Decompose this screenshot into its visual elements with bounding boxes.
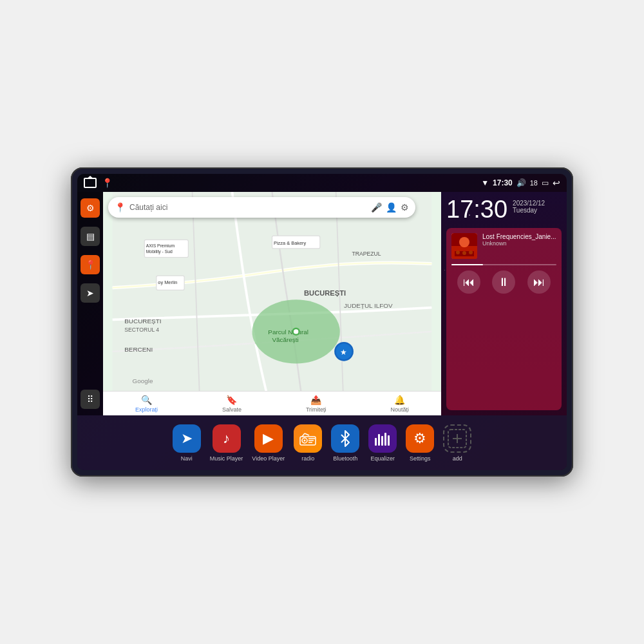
grid-icon: ⠿	[87, 394, 93, 404]
music-controls: ⏮ ⏸ ⏭	[451, 270, 556, 294]
map-pin-icon: 📍	[85, 260, 96, 270]
back-button[interactable]: ↩	[553, 178, 560, 188]
svg-point-27	[456, 251, 460, 254]
video-player-label: Video Player	[252, 455, 285, 462]
music-player-icon: ♪	[213, 424, 241, 453]
svg-rect-38	[375, 438, 377, 446]
svg-point-5	[294, 329, 298, 334]
svg-text:BUCUREȘTI: BUCUREȘTI	[124, 317, 161, 325]
account-icon[interactable]: 👤	[386, 202, 397, 213]
apps-grid-btn[interactable]: ⠿	[80, 390, 100, 409]
status-time: 17:30	[493, 178, 513, 187]
svg-text:★: ★	[340, 348, 347, 357]
equalizer-icon-svg	[374, 431, 392, 446]
map-share-btn[interactable]: 📤 Trimiteți	[306, 395, 327, 413]
music-progress-bar[interactable]	[451, 264, 556, 265]
prev-icon: ⏮	[463, 276, 475, 289]
navi-icon: ➤	[173, 424, 201, 453]
track-artist: Unknown	[482, 240, 556, 247]
svg-line-37	[305, 433, 309, 435]
music-player-label: Music Player	[210, 455, 243, 462]
settings-icon-app: ⚙	[406, 424, 434, 453]
svg-rect-41	[384, 433, 386, 446]
saved-label: Salvate	[222, 406, 242, 413]
svg-rect-40	[381, 436, 383, 446]
settings-icon-symbol: ⚙	[413, 430, 426, 447]
svg-point-25	[459, 237, 469, 247]
sidebar-settings-btn[interactable]: ⚙	[80, 198, 100, 218]
app-radio[interactable]: radio	[294, 424, 322, 462]
add-icon	[443, 424, 471, 453]
explore-label: Explorați	[135, 406, 158, 413]
map-news-btn[interactable]: 🔔 Noutăți	[391, 395, 410, 413]
volume-icon[interactable]: 🔊	[516, 178, 526, 187]
share-label: Trimiteți	[306, 406, 327, 413]
video-player-icon: ▶	[254, 424, 283, 453]
radio-icon	[294, 424, 322, 453]
battery-icon: ▭	[542, 178, 549, 187]
map-area[interactable]: Parcul Natural Văcărești ★ BUCUREȘTI JUD…	[103, 192, 441, 415]
clock-section: 17:30 2023/12/12 Tuesday	[446, 197, 562, 222]
radio-label: radio	[301, 455, 314, 462]
app-navi[interactable]: ➤ Navi	[173, 424, 201, 462]
navi-label: Navi	[181, 455, 193, 462]
next-icon: ⏭	[533, 276, 545, 289]
svg-rect-39	[378, 434, 380, 446]
svg-text:Google: Google	[133, 377, 153, 384]
svg-text:AXIS Premium: AXIS Premium	[146, 243, 175, 248]
app-bluetooth[interactable]: Bluetooth	[331, 424, 359, 462]
app-equalizer[interactable]: Equalizer	[368, 424, 397, 462]
clock-date: 2023/12/12 Tuesday	[513, 197, 545, 214]
sidebar-bottom: ⠿	[80, 390, 100, 409]
svg-text:Mobility - Sud: Mobility - Sud	[146, 249, 173, 254]
maps-logo-icon: 📍	[115, 202, 126, 213]
status-bar: 📍 ▼ 17:30 🔊 18 ▭ ↩	[77, 174, 567, 192]
svg-text:BERCENI: BERCENI	[124, 346, 153, 353]
bluetooth-icon	[331, 424, 359, 453]
status-right: ▼ 17:30 🔊 18 ▭ ↩	[481, 178, 560, 188]
track-name: Lost Frequencies_Janie...	[482, 233, 556, 240]
bluetooth-icon-svg	[339, 430, 352, 448]
app-add[interactable]: add	[443, 424, 471, 462]
svg-text:JUDEȚUL ILFOV: JUDEȚUL ILFOV	[344, 302, 393, 309]
add-label: add	[453, 455, 462, 462]
right-panel: 17:30 2023/12/12 Tuesday	[441, 192, 567, 415]
app-video-player[interactable]: ▶ Video Player	[252, 424, 285, 462]
svg-text:Pizza & Bakery: Pizza & Bakery	[274, 240, 307, 246]
app-music-player[interactable]: ♪ Music Player	[210, 424, 243, 462]
pause-button[interactable]: ⏸	[492, 270, 515, 294]
map-search-bar[interactable]: 📍 Căutați aici 🎤 👤 ⚙	[108, 197, 415, 218]
home-icon[interactable]	[84, 178, 97, 188]
svg-point-28	[462, 251, 466, 255]
svg-point-29	[469, 251, 473, 254]
date-text: 2023/12/12	[513, 200, 545, 207]
main-content: ⚙ ▤ 📍 ➤ ⠿	[77, 192, 567, 415]
album-art	[451, 233, 477, 259]
battery-level: 18	[530, 179, 538, 187]
mic-icon[interactable]: 🎤	[371, 202, 382, 213]
map-saved-btn[interactable]: 🔖 Salvate	[222, 395, 242, 413]
day-text: Tuesday	[513, 207, 545, 214]
settings-icon-map[interactable]: ⚙	[401, 202, 409, 213]
saved-icon: 🔖	[226, 395, 237, 405]
share-icon: 📤	[310, 395, 321, 405]
radio-icon-svg	[299, 431, 316, 446]
prev-button[interactable]: ⏮	[457, 270, 480, 294]
sidebar-map-btn[interactable]: 📍	[80, 255, 100, 274]
progress-fill	[451, 264, 483, 265]
album-art-svg	[451, 233, 477, 259]
sidebar-nav-btn[interactable]: ➤	[80, 283, 100, 303]
track-details: Lost Frequencies_Janie... Unknown	[482, 233, 556, 259]
svg-point-32	[304, 439, 306, 441]
equalizer-icon	[368, 424, 397, 453]
map-svg: Parcul Natural Văcărești ★ BUCUREȘTI JUD…	[103, 192, 441, 415]
sidebar-archive-btn[interactable]: ▤	[80, 227, 100, 246]
svg-text:Văcărești: Văcărești	[272, 336, 299, 343]
equalizer-label: Equalizer	[370, 455, 395, 462]
svg-text:Parcul Natural: Parcul Natural	[268, 328, 308, 336]
map-explore-btn[interactable]: 🔍 Explorați	[135, 395, 158, 413]
app-settings[interactable]: ⚙ Settings	[406, 424, 434, 462]
settings-label: Settings	[410, 455, 431, 462]
next-button[interactable]: ⏭	[527, 270, 551, 294]
apps-row: ➤ Navi ♪ Music Player ▶ Video Player	[77, 415, 567, 470]
